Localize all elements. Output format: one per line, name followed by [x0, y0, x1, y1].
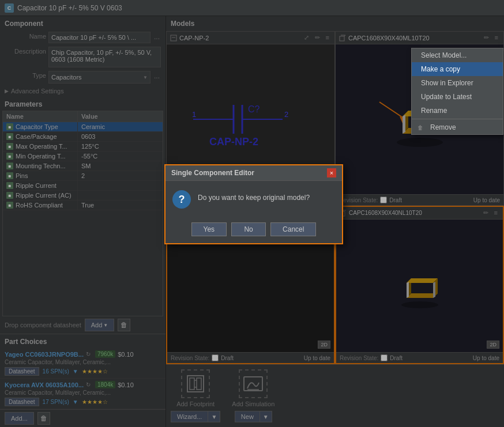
dialog-title-bar: Single Component Editor × [166, 165, 342, 181]
context-menu-item-remove[interactable]: 🗑 Remove [412, 120, 503, 134]
dialog-body: ? Do you want to keep original model? [166, 181, 342, 218]
dialog-close-btn[interactable]: × [327, 168, 336, 177]
context-menu-item-explorer[interactable]: Show in Explorer [412, 76, 503, 90]
single-component-editor-dialog: Single Component Editor × ? Do you want … [164, 164, 343, 244]
context-menu: Select Model... Make a copy Show in Expl… [411, 48, 503, 135]
dialog-message: Do you want to keep original model? [198, 190, 310, 202]
dialog-cancel-btn[interactable]: Cancel [270, 222, 316, 236]
dialog-title: Single Component Editor [171, 169, 254, 177]
dialog-yes-btn[interactable]: Yes [191, 222, 227, 236]
dialog-no-btn[interactable]: No [231, 222, 266, 236]
context-menu-item-rename[interactable]: Rename [412, 104, 503, 118]
context-menu-item-select[interactable]: Select Model... [412, 48, 503, 62]
dialog-buttons: Yes No Cancel [166, 218, 342, 243]
context-menu-item-update[interactable]: Update to Latest [412, 90, 503, 104]
context-menu-item-copy[interactable]: Make a copy [412, 62, 503, 76]
context-menu-separator [412, 119, 503, 119]
dialog-question-icon: ? [172, 190, 191, 209]
remove-icon: 🗑 [418, 124, 426, 131]
